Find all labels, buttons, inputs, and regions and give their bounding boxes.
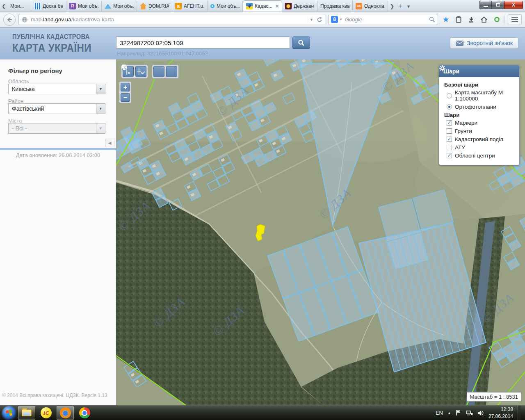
tab-scroll-left-icon[interactable]: ❮ bbox=[0, 1, 7, 11]
tab-cadastral-active[interactable]: Ψ Кадас... ✕ bbox=[243, 0, 282, 11]
network-icon[interactable] bbox=[466, 410, 473, 416]
taskbar-chrome-button[interactable] bbox=[76, 406, 93, 420]
layer-option[interactable]: Маркери bbox=[447, 120, 514, 126]
taskbar-explorer-button[interactable] bbox=[18, 406, 35, 420]
home-icon[interactable] bbox=[479, 14, 489, 25]
addon-icon[interactable] bbox=[492, 14, 502, 25]
tab-3[interactable]: RМои объ... bbox=[66, 1, 102, 11]
url-dropdown-icon[interactable]: ▼ bbox=[310, 18, 313, 22]
tab-1[interactable]: Мои... bbox=[7, 1, 31, 11]
raion-select[interactable]: Фастівський ▼ bbox=[8, 103, 105, 114]
windows-taskbar: 1С EN ▲ 12:38 27.06.2014 bbox=[0, 405, 525, 420]
volume-icon[interactable] bbox=[477, 410, 484, 416]
start-button[interactable] bbox=[2, 406, 16, 420]
tab-4[interactable]: Мои объ... bbox=[102, 1, 137, 11]
checkbox-icon[interactable] bbox=[447, 153, 452, 158]
logo-line1: ПУБЛІЧНА КАДАСТРОВА bbox=[12, 33, 91, 41]
cadastral-number-input[interactable] bbox=[116, 37, 290, 49]
search-engine-dropdown-icon[interactable]: ▼ bbox=[339, 18, 342, 21]
board-favicon-icon bbox=[34, 3, 41, 9]
bookmark-star-icon[interactable]: ★ bbox=[441, 14, 451, 25]
taskbar-1c-button[interactable]: 1С bbox=[37, 406, 55, 420]
menu-button[interactable] bbox=[508, 14, 522, 25]
ring-favicon-icon bbox=[210, 4, 215, 8]
search-magnifier-icon[interactable] bbox=[429, 16, 435, 23]
base-layer-option[interactable]: Ортофотоплани bbox=[447, 104, 514, 110]
identify-button[interactable]: ? bbox=[166, 66, 177, 77]
back-button[interactable] bbox=[3, 14, 16, 26]
url-text: map.land.gov.ua/kadastrova-karta bbox=[31, 16, 307, 23]
radio-icon[interactable] bbox=[447, 93, 452, 98]
taskbar-clock[interactable]: 12:38 27.06.2014 bbox=[488, 406, 513, 419]
tab-overflow-icon[interactable]: ❯ bbox=[388, 1, 396, 11]
checkbox-icon[interactable] bbox=[447, 128, 452, 134]
tab-5[interactable]: DOM.RIA... bbox=[137, 1, 172, 11]
region-filter-sidebar: Фільтр по регіону Область Київська ▼ Рай… bbox=[0, 59, 116, 405]
checkbox-icon[interactable] bbox=[447, 120, 452, 126]
list-tabs-icon[interactable]: ▾ bbox=[404, 1, 413, 11]
checkbox-icon[interactable] bbox=[447, 137, 452, 142]
tab-11[interactable]: okОднокла... bbox=[353, 1, 388, 11]
radio-icon[interactable] bbox=[447, 104, 452, 110]
layer-option[interactable]: Кадастровий поділ bbox=[447, 136, 514, 142]
trident-favicon-icon: Ψ bbox=[246, 3, 253, 9]
tab-7[interactable]: Мои объ... bbox=[208, 1, 243, 11]
cadastral-search-button[interactable] bbox=[292, 37, 310, 49]
new-tab-button[interactable]: + bbox=[396, 1, 404, 11]
layer-option[interactable]: АТУ bbox=[447, 144, 514, 151]
zoom-in-button[interactable]: + bbox=[121, 83, 130, 91]
taskbar-firefox-button[interactable] bbox=[57, 406, 74, 420]
agent-favicon-icon: a bbox=[175, 3, 182, 9]
zoom-out-button[interactable]: − bbox=[121, 93, 130, 102]
print-button[interactable] bbox=[153, 66, 164, 77]
envelope-icon bbox=[456, 41, 463, 46]
svg-text:?: ? bbox=[125, 66, 128, 71]
house-favicon-icon bbox=[140, 3, 146, 9]
sidebar-collapse-button[interactable]: ◀ bbox=[105, 139, 114, 147]
tab-9[interactable]: Державн... bbox=[282, 1, 317, 11]
feedback-button[interactable]: Зворотній зв'язок bbox=[450, 37, 518, 49]
reload-icon[interactable] bbox=[317, 17, 322, 23]
bookmarks-menu-icon[interactable] bbox=[454, 14, 463, 25]
tray-expand-icon[interactable]: ▲ bbox=[447, 411, 451, 415]
tab-close-icon[interactable]: ✕ bbox=[275, 4, 279, 9]
restore-button[interactable] bbox=[492, 1, 504, 9]
url-bar[interactable]: map.land.gov.ua/kadastrova-karta ▼ bbox=[18, 14, 325, 25]
arrow-favicon-icon bbox=[105, 4, 111, 9]
zoom-controls: + − bbox=[119, 81, 132, 103]
feedback-label: Зворотній зв'язок bbox=[467, 40, 513, 46]
update-date-text: Дата оновлення: 26.06.2014 03:00 bbox=[0, 152, 116, 158]
emblem-favicon-icon bbox=[285, 3, 292, 9]
copyright-text: © 2014 Всі права захищені. ЦДЗК. Версія … bbox=[0, 393, 111, 398]
downloads-icon[interactable] bbox=[466, 14, 476, 25]
ok-favicon-icon: ok bbox=[356, 3, 362, 9]
tab-2[interactable]: Доска бе... bbox=[31, 1, 66, 11]
site-header: ПУБЛІЧНА КАДАСТРОВА КАРТА УКРАЇНИ Наприк… bbox=[0, 27, 525, 59]
browser-tab-bar: ❮ Мои... Доска бе... RМои объ... Мои объ… bbox=[0, 0, 525, 12]
window-controls bbox=[479, 1, 523, 9]
checkbox-icon[interactable] bbox=[447, 145, 452, 150]
search-bar[interactable]: 8 ▼ Google bbox=[328, 14, 438, 25]
tab-6[interactable]: aАГЕНТ.u... bbox=[172, 1, 208, 11]
layers-panel-header[interactable]: Шари bbox=[439, 65, 519, 77]
language-indicator[interactable]: EN bbox=[436, 410, 443, 416]
windows-logo-icon bbox=[6, 410, 12, 416]
gear-icon bbox=[439, 65, 445, 71]
site-logo: ПУБЛІЧНА КАДАСТРОВА КАРТА УКРАЇНИ bbox=[12, 33, 91, 55]
globe-icon bbox=[21, 16, 28, 23]
minimize-button[interactable] bbox=[479, 1, 492, 9]
measure-area-button[interactable]: ┼м² bbox=[135, 66, 146, 77]
oblast-select[interactable]: Київська ▼ bbox=[8, 84, 105, 94]
tab-10[interactable]: Продажа ква... bbox=[317, 1, 353, 11]
chrome-icon bbox=[79, 407, 90, 418]
show-desktop-button[interactable] bbox=[518, 406, 521, 420]
close-button[interactable] bbox=[504, 1, 523, 9]
layer-option[interactable]: Обласні центри bbox=[447, 153, 514, 159]
base-layer-option[interactable]: Карта масштабу М 1:100000 bbox=[447, 89, 514, 102]
chevron-down-icon: ▼ bbox=[96, 123, 105, 133]
base-layers-title: Базові шари bbox=[444, 82, 514, 88]
action-center-flag-icon[interactable] bbox=[456, 410, 461, 416]
layer-option[interactable]: Грунти bbox=[447, 128, 514, 134]
clock-date: 27.06.2014 bbox=[488, 413, 513, 420]
cadastral-map[interactable]: © ДЗА © ДЗА © ДЗА © ДЗА © ДЗА © ДЗА © ДЗ… bbox=[116, 59, 525, 405]
